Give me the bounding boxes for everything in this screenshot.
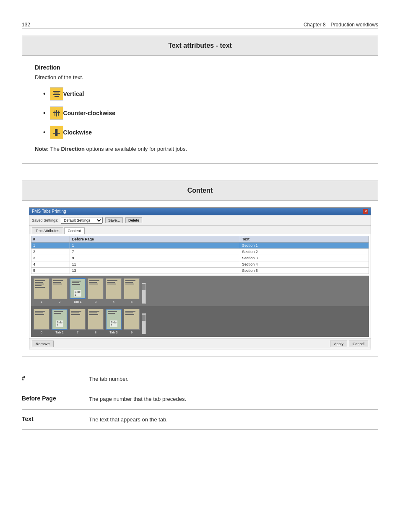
- col-header-num: #: [31, 236, 70, 242]
- table-row[interactable]: 2 7 Section 2: [31, 248, 369, 255]
- thumbnail-row-1: 1 2: [31, 276, 369, 306]
- dialog-content-area: # Before Page Text 1 1 Section 1 2: [29, 234, 371, 338]
- definition-item-num: # The tab number.: [22, 369, 378, 390]
- tab3-side-label: Side 1: [110, 320, 117, 327]
- apply-button[interactable]: Apply: [330, 341, 347, 347]
- thumb-item-2: 2: [52, 278, 68, 304]
- top-divider: [22, 28, 378, 29]
- cancel-button[interactable]: Cancel: [349, 341, 368, 347]
- thumb-num-3: 3: [95, 300, 96, 304]
- thumb-item-7: 7: [70, 309, 86, 334]
- text-attributes-body: Direction Direction of the text. • Verti: [22, 56, 378, 163]
- cell-before-page: 1: [70, 242, 240, 248]
- svg-rect-3: [55, 96, 59, 97]
- thumb-page-1: [34, 278, 49, 299]
- thumb-page-3: [88, 278, 104, 299]
- thumb-num-1: 1: [41, 300, 42, 304]
- cell-num: 1: [31, 242, 70, 248]
- thumb-page-6: [34, 309, 49, 330]
- thumb-num-6: 6: [41, 331, 42, 334]
- table-row[interactable]: 5 13 Section 5: [31, 267, 369, 274]
- note-suffix: options are available only for portrait …: [85, 146, 187, 152]
- cell-before-page: 13: [70, 267, 240, 274]
- tab-label-3: Tab 3: [109, 331, 118, 334]
- bullet-dot-vertical: •: [43, 90, 46, 97]
- ccw-icon: [50, 106, 63, 120]
- content-section: Content FMS Tabs Printing ✕ Saved Settin…: [22, 181, 378, 356]
- term-text: Text: [22, 416, 89, 422]
- scrollbar[interactable]: [142, 283, 146, 304]
- list-item-vertical: • Vertical: [43, 87, 365, 101]
- desc-before-page: The page number that the tab precedes.: [89, 395, 186, 403]
- thumb-item-1: 1: [34, 278, 49, 304]
- direction-list: • Vertical •: [43, 87, 365, 139]
- thumb-item-3: 3: [88, 278, 104, 304]
- cell-num: 3: [31, 255, 70, 261]
- cell-text: Section 3: [240, 255, 369, 261]
- cell-num: 5: [31, 267, 70, 274]
- note-detail: The: [49, 146, 61, 152]
- scrollbar-2[interactable]: [142, 313, 146, 334]
- table-row[interactable]: 3 9 Section 3: [31, 255, 369, 261]
- cell-text: Section 5: [240, 267, 369, 274]
- table-row[interactable]: 4 11 Section 4: [31, 261, 369, 267]
- col-header-before-page: Before Page: [70, 236, 240, 242]
- svg-rect-11: [53, 133, 60, 134]
- cw-icon: [50, 126, 63, 139]
- cw-label: Clockwise: [63, 129, 92, 136]
- thumb-tab3-page: Side 1: [106, 309, 122, 330]
- tabs-table: # Before Page Text 1 1 Section 1 2: [31, 236, 369, 274]
- saved-settings-select[interactable]: Default Settings: [61, 217, 103, 224]
- dialog-footer-left: Remove: [32, 341, 54, 347]
- tab-content[interactable]: Content: [64, 227, 85, 234]
- cell-text: Section 1: [240, 242, 369, 248]
- content-section-header: Content: [22, 181, 378, 201]
- col-header-text: Text: [240, 236, 369, 242]
- cell-text: Section 4: [240, 261, 369, 267]
- term-before-page: Before Page: [22, 395, 89, 402]
- thumbnail-row-2: 6 Side 1 Tab 2: [31, 306, 369, 337]
- thumb-page-7: [70, 309, 86, 330]
- dialog-title: FMS Tabs Printing: [32, 209, 66, 214]
- thumb-num-8: 8: [95, 331, 96, 334]
- bullet-dot-ccw: •: [43, 110, 46, 116]
- tab-text-attributes[interactable]: Text Attributes: [32, 227, 63, 234]
- thumb-item-5: 5: [124, 278, 140, 304]
- svg-rect-9: [55, 129, 56, 136]
- cell-num: 2: [31, 248, 70, 255]
- page-number: 132: [22, 22, 30, 28]
- vertical-label: Vertical: [63, 90, 84, 97]
- thumb-item-6: 6: [34, 309, 49, 334]
- dialog-close-button[interactable]: ✕: [363, 209, 368, 214]
- remove-button[interactable]: Remove: [32, 341, 54, 347]
- chapter-header: Chapter 8—Production workflows: [304, 22, 378, 28]
- bullet-dot-cw: •: [43, 129, 46, 136]
- save-button[interactable]: Save...: [105, 217, 123, 223]
- thumb-item-tab1: Side 1 Tab 1: [70, 278, 86, 304]
- cell-num: 4: [31, 261, 70, 267]
- thumb-tab-container: Side 1: [70, 278, 86, 299]
- thumb-page-9: [124, 309, 140, 330]
- note-text: Note: The Direction options are availabl…: [35, 145, 365, 153]
- text-attributes-header: Text attributes - text: [22, 36, 378, 56]
- thumb-item-4: 4: [106, 278, 122, 304]
- thumb-tab-page: Side 1: [70, 278, 86, 299]
- thumb-page-2: [52, 278, 68, 299]
- desc-num: The tab number.: [89, 375, 129, 383]
- svg-rect-2: [53, 94, 60, 95]
- svg-rect-8: [56, 129, 57, 136]
- table-row[interactable]: 1 1 Section 1: [31, 242, 369, 248]
- direction-heading: Direction: [35, 64, 365, 71]
- delete-button[interactable]: Delete: [125, 217, 142, 223]
- dialog-toolbar: Saved Settings: Default Settings Save...…: [29, 215, 371, 226]
- definition-list: # The tab number. Before Page The page n…: [22, 369, 378, 430]
- thumb-item-tab2: Side 1 Tab 2: [52, 309, 68, 334]
- svg-rect-10: [57, 129, 58, 136]
- text-attributes-section: Text attributes - text Direction Directi…: [22, 36, 378, 164]
- text-attributes-title: Text attributes - text: [168, 42, 232, 49]
- dialog-titlebar: FMS Tabs Printing ✕: [29, 208, 371, 215]
- saved-settings-label: Saved Settings:: [32, 218, 58, 222]
- thumb-num-9: 9: [131, 331, 132, 334]
- dialog-screenshot: FMS Tabs Printing ✕ Saved Settings: Defa…: [29, 207, 371, 349]
- thumb-page-5: [124, 278, 140, 299]
